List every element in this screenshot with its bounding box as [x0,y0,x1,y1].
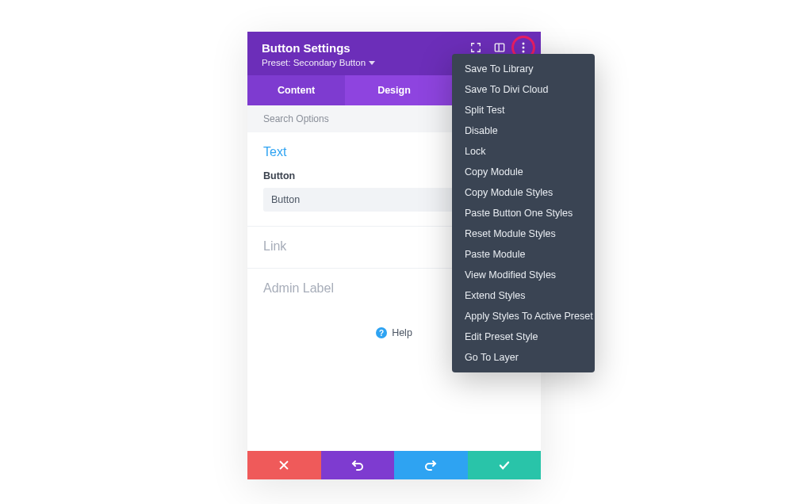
header-icon-group [469,41,530,54]
svg-point-4 [523,51,525,53]
sidebar-toggle-icon[interactable] [493,41,506,54]
kebab-menu-icon[interactable] [517,41,530,54]
caret-down-icon [369,61,375,65]
menu-paste-module[interactable]: Paste Module [452,244,595,265]
menu-edit-preset-style[interactable]: Edit Preset Style [452,326,595,347]
undo-button[interactable] [321,451,395,479]
svg-point-3 [523,47,525,49]
menu-copy-module-styles[interactable]: Copy Module Styles [452,182,595,203]
svg-point-2 [523,43,525,45]
footer-actions [247,451,541,479]
menu-copy-module[interactable]: Copy Module [452,162,595,182]
close-icon [278,460,289,471]
menu-apply-styles-active-preset[interactable]: Apply Styles To Active Preset [452,306,595,326]
tab-content[interactable]: Content [247,75,345,105]
menu-go-to-layer[interactable]: Go To Layer [452,347,595,368]
menu-split-test[interactable]: Split Test [452,100,595,120]
check-icon [498,459,511,472]
menu-reset-module-styles[interactable]: Reset Module Styles [452,223,595,244]
menu-save-to-library[interactable]: Save To Library [452,59,595,79]
help-label: Help [392,327,412,338]
preset-label: Preset: Secondary Button [262,58,366,67]
save-button[interactable] [468,451,542,479]
menu-lock[interactable]: Lock [452,141,595,162]
svg-rect-0 [495,44,504,52]
menu-extend-styles[interactable]: Extend Styles [452,285,595,306]
menu-paste-button-styles[interactable]: Paste Button One Styles [452,203,595,223]
menu-save-to-divi-cloud[interactable]: Save To Divi Cloud [452,79,595,100]
help-icon: ? [376,327,387,338]
undo-icon [351,459,364,472]
menu-disable[interactable]: Disable [452,120,595,141]
expand-icon[interactable] [469,41,482,54]
cancel-button[interactable] [247,451,321,479]
tab-design[interactable]: Design [345,75,442,105]
context-menu: Save To Library Save To Divi Cloud Split… [452,54,595,372]
redo-button[interactable] [394,451,468,479]
search-placeholder: Search Options [263,113,329,124]
menu-view-modified-styles[interactable]: View Modified Styles [452,265,595,285]
redo-icon [424,459,437,472]
